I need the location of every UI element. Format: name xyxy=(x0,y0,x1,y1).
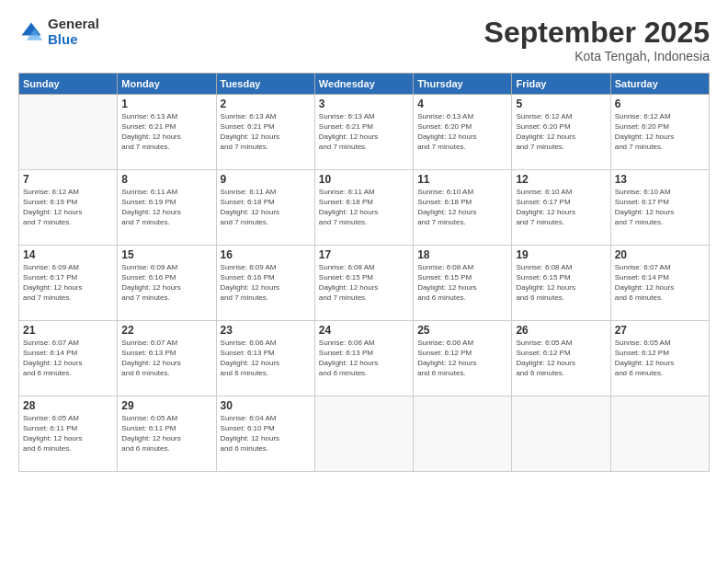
calendar-week-row: 21Sunrise: 6:07 AM Sunset: 6:14 PM Dayli… xyxy=(19,321,710,396)
day-number: 2 xyxy=(221,98,311,110)
table-row: 6Sunrise: 6:12 AM Sunset: 6:20 PM Daylig… xyxy=(610,95,709,170)
day-info: Sunrise: 6:10 AM Sunset: 6:17 PM Dayligh… xyxy=(615,188,705,227)
calendar-week-row: 7Sunrise: 6:12 AM Sunset: 6:19 PM Daylig… xyxy=(19,170,710,246)
day-number: 29 xyxy=(121,399,211,412)
page: General Blue September 2025 Kota Tengah,… xyxy=(0,0,728,563)
col-friday: Friday xyxy=(512,74,610,95)
day-info: Sunrise: 6:09 AM Sunset: 6:16 PM Dayligh… xyxy=(221,263,311,303)
calendar-week-row: 1Sunrise: 6:13 AM Sunset: 6:21 PM Daylig… xyxy=(19,95,710,170)
day-number: 16 xyxy=(221,248,311,261)
table-row: 2Sunrise: 6:13 AM Sunset: 6:21 PM Daylig… xyxy=(216,95,314,170)
col-monday: Monday xyxy=(118,74,216,95)
day-info: Sunrise: 6:04 AM Sunset: 6:10 PM Dayligh… xyxy=(221,414,311,454)
table-row xyxy=(610,396,709,472)
day-info: Sunrise: 6:05 AM Sunset: 6:12 PM Dayligh… xyxy=(615,339,705,378)
table-row: 15Sunrise: 6:09 AM Sunset: 6:16 PM Dayli… xyxy=(118,246,216,321)
day-info: Sunrise: 6:05 AM Sunset: 6:11 PM Dayligh… xyxy=(23,414,113,454)
table-row: 7Sunrise: 6:12 AM Sunset: 6:19 PM Daylig… xyxy=(19,170,118,246)
table-row: 12Sunrise: 6:10 AM Sunset: 6:17 PM Dayli… xyxy=(512,170,610,246)
table-row: 18Sunrise: 6:08 AM Sunset: 6:15 PM Dayli… xyxy=(414,246,512,321)
table-row: 11Sunrise: 6:10 AM Sunset: 6:18 PM Dayli… xyxy=(414,170,512,246)
title-block: September 2025 Kota Tengah, Indonesia xyxy=(484,17,710,63)
logo-text: General Blue xyxy=(48,17,99,47)
table-row xyxy=(314,396,413,472)
day-number: 30 xyxy=(221,399,311,412)
table-row: 28Sunrise: 6:05 AM Sunset: 6:11 PM Dayli… xyxy=(19,396,118,472)
day-info: Sunrise: 6:07 AM Sunset: 6:14 PM Dayligh… xyxy=(615,263,705,303)
table-row: 29Sunrise: 6:05 AM Sunset: 6:11 PM Dayli… xyxy=(118,396,216,472)
day-info: Sunrise: 6:12 AM Sunset: 6:19 PM Dayligh… xyxy=(23,188,113,227)
day-info: Sunrise: 6:05 AM Sunset: 6:11 PM Dayligh… xyxy=(121,414,211,454)
table-row: 8Sunrise: 6:11 AM Sunset: 6:19 PM Daylig… xyxy=(118,170,216,246)
day-number: 7 xyxy=(23,173,113,186)
calendar-week-row: 28Sunrise: 6:05 AM Sunset: 6:11 PM Dayli… xyxy=(19,396,710,472)
col-saturday: Saturday xyxy=(610,74,709,95)
table-row: 9Sunrise: 6:11 AM Sunset: 6:18 PM Daylig… xyxy=(216,170,314,246)
day-number: 3 xyxy=(319,98,409,110)
day-info: Sunrise: 6:13 AM Sunset: 6:21 PM Dayligh… xyxy=(319,112,409,152)
day-number: 20 xyxy=(615,248,705,261)
table-row xyxy=(414,396,512,472)
day-number: 24 xyxy=(319,324,409,337)
logo-general-text: General xyxy=(48,17,99,32)
day-info: Sunrise: 6:08 AM Sunset: 6:15 PM Dayligh… xyxy=(417,263,507,303)
day-info: Sunrise: 6:10 AM Sunset: 6:18 PM Dayligh… xyxy=(417,188,507,227)
day-number: 15 xyxy=(121,248,211,261)
day-number: 6 xyxy=(615,98,705,110)
col-tuesday: Tuesday xyxy=(216,74,314,95)
logo-icon xyxy=(18,19,44,45)
day-number: 14 xyxy=(23,248,113,261)
day-info: Sunrise: 6:07 AM Sunset: 6:13 PM Dayligh… xyxy=(121,339,211,378)
table-row: 17Sunrise: 6:08 AM Sunset: 6:15 PM Dayli… xyxy=(314,246,413,321)
day-number: 9 xyxy=(221,173,311,186)
day-number: 18 xyxy=(417,248,507,261)
header: General Blue September 2025 Kota Tengah,… xyxy=(18,17,710,63)
table-row: 30Sunrise: 6:04 AM Sunset: 6:10 PM Dayli… xyxy=(216,396,314,472)
day-number: 10 xyxy=(319,173,409,186)
col-sunday: Sunday xyxy=(19,74,118,95)
table-row: 25Sunrise: 6:06 AM Sunset: 6:12 PM Dayli… xyxy=(414,321,512,396)
day-info: Sunrise: 6:12 AM Sunset: 6:20 PM Dayligh… xyxy=(516,112,606,152)
day-info: Sunrise: 6:13 AM Sunset: 6:21 PM Dayligh… xyxy=(121,112,211,152)
day-number: 12 xyxy=(516,173,606,186)
day-number: 21 xyxy=(23,324,113,337)
table-row: 13Sunrise: 6:10 AM Sunset: 6:17 PM Dayli… xyxy=(610,170,709,246)
day-number: 25 xyxy=(417,324,507,337)
table-row: 21Sunrise: 6:07 AM Sunset: 6:14 PM Dayli… xyxy=(19,321,118,396)
day-info: Sunrise: 6:08 AM Sunset: 6:15 PM Dayligh… xyxy=(319,263,409,303)
table-row: 19Sunrise: 6:08 AM Sunset: 6:15 PM Dayli… xyxy=(512,246,610,321)
day-info: Sunrise: 6:11 AM Sunset: 6:18 PM Dayligh… xyxy=(319,188,409,227)
day-info: Sunrise: 6:09 AM Sunset: 6:16 PM Dayligh… xyxy=(121,263,211,303)
calendar-title: September 2025 xyxy=(484,17,710,49)
table-row xyxy=(512,396,610,472)
table-row: 26Sunrise: 6:05 AM Sunset: 6:12 PM Dayli… xyxy=(512,321,610,396)
table-row: 27Sunrise: 6:05 AM Sunset: 6:12 PM Dayli… xyxy=(610,321,709,396)
day-number: 17 xyxy=(319,248,409,261)
day-number: 19 xyxy=(516,248,606,261)
day-info: Sunrise: 6:06 AM Sunset: 6:13 PM Dayligh… xyxy=(221,339,311,378)
calendar-week-row: 14Sunrise: 6:09 AM Sunset: 6:17 PM Dayli… xyxy=(19,246,710,321)
day-info: Sunrise: 6:09 AM Sunset: 6:17 PM Dayligh… xyxy=(23,263,113,303)
day-number: 4 xyxy=(417,98,507,110)
table-row: 23Sunrise: 6:06 AM Sunset: 6:13 PM Dayli… xyxy=(216,321,314,396)
day-info: Sunrise: 6:06 AM Sunset: 6:13 PM Dayligh… xyxy=(319,339,409,378)
table-row: 4Sunrise: 6:13 AM Sunset: 6:20 PM Daylig… xyxy=(414,95,512,170)
day-number: 1 xyxy=(121,98,211,110)
table-row: 16Sunrise: 6:09 AM Sunset: 6:16 PM Dayli… xyxy=(216,246,314,321)
table-row: 20Sunrise: 6:07 AM Sunset: 6:14 PM Dayli… xyxy=(610,246,709,321)
day-number: 26 xyxy=(516,324,606,337)
table-row: 1Sunrise: 6:13 AM Sunset: 6:21 PM Daylig… xyxy=(118,95,216,170)
day-info: Sunrise: 6:11 AM Sunset: 6:18 PM Dayligh… xyxy=(221,188,311,227)
table-row: 22Sunrise: 6:07 AM Sunset: 6:13 PM Dayli… xyxy=(118,321,216,396)
day-info: Sunrise: 6:10 AM Sunset: 6:17 PM Dayligh… xyxy=(516,188,606,227)
calendar-subtitle: Kota Tengah, Indonesia xyxy=(484,49,710,63)
day-number: 8 xyxy=(121,173,211,186)
day-info: Sunrise: 6:08 AM Sunset: 6:15 PM Dayligh… xyxy=(516,263,606,303)
day-info: Sunrise: 6:13 AM Sunset: 6:21 PM Dayligh… xyxy=(221,112,311,152)
table-row: 14Sunrise: 6:09 AM Sunset: 6:17 PM Dayli… xyxy=(19,246,118,321)
logo-blue-text: Blue xyxy=(48,32,99,48)
calendar-table: Sunday Monday Tuesday Wednesday Thursday… xyxy=(18,73,710,472)
day-info: Sunrise: 6:12 AM Sunset: 6:20 PM Dayligh… xyxy=(615,112,705,152)
day-number: 5 xyxy=(516,98,606,110)
day-info: Sunrise: 6:06 AM Sunset: 6:12 PM Dayligh… xyxy=(417,339,507,378)
